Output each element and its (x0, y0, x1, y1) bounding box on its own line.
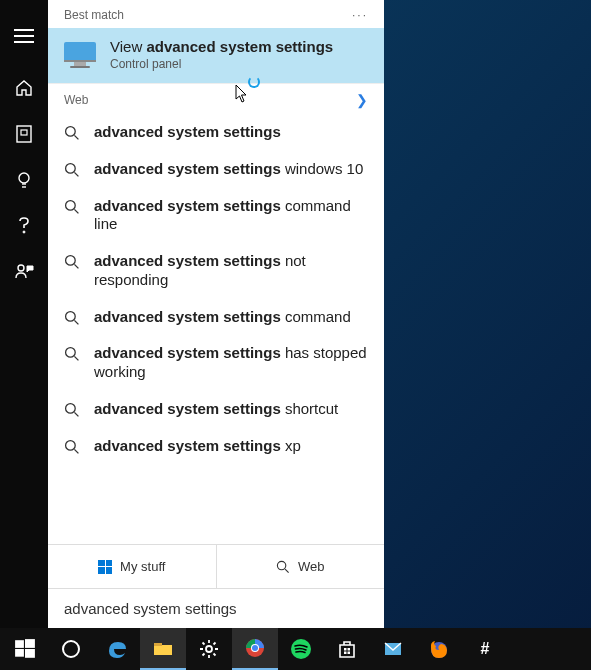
svg-rect-41 (348, 648, 351, 651)
svg-text:#: # (481, 640, 490, 657)
web-result-text: advanced system settings (94, 123, 281, 142)
busy-indicator-icon (248, 76, 260, 88)
search-icon (64, 125, 80, 141)
best-match-label: Best match (64, 8, 124, 22)
svg-rect-43 (348, 652, 351, 655)
taskbar-mail[interactable] (370, 628, 416, 670)
svg-rect-40 (344, 648, 347, 651)
taskbar-chrome[interactable] (232, 628, 278, 670)
web-result[interactable]: advanced system settings has stopped wor… (48, 335, 384, 391)
tab-web-label: Web (298, 559, 325, 574)
web-result[interactable]: advanced system settings shortcut (48, 391, 384, 428)
taskbar-start[interactable] (2, 628, 48, 670)
svg-point-9 (18, 265, 24, 271)
cortana-search-panel: Best match ··· View advanced system sett… (48, 0, 384, 628)
best-match-title: View advanced system settings (110, 38, 333, 55)
windows-logo-icon (98, 560, 112, 574)
svg-point-32 (63, 641, 79, 657)
tab-web[interactable]: Web (216, 545, 385, 588)
svg-point-22 (66, 403, 76, 413)
svg-line-27 (285, 569, 289, 573)
taskbar-firefox[interactable] (416, 628, 462, 670)
svg-line-11 (74, 135, 78, 139)
svg-line-13 (74, 172, 78, 176)
svg-point-26 (277, 561, 285, 569)
notebook-icon[interactable] (0, 112, 48, 156)
taskbar-explorer[interactable] (140, 628, 186, 670)
svg-point-24 (66, 440, 76, 450)
svg-line-15 (74, 209, 78, 213)
svg-rect-33 (154, 643, 162, 646)
help-icon[interactable] (0, 204, 48, 248)
search-icon (64, 254, 80, 270)
web-result-text: advanced system settings windows 10 (94, 160, 363, 179)
search-icon (64, 439, 80, 455)
web-result-text: advanced system settings xp (94, 437, 301, 456)
svg-rect-30 (15, 649, 24, 657)
best-match-subtitle: Control panel (110, 57, 333, 71)
chevron-right-icon: ❯ (356, 92, 368, 108)
svg-rect-3 (17, 126, 31, 142)
svg-rect-4 (21, 130, 27, 135)
web-result-list: advanced system settingsadvanced system … (48, 114, 384, 544)
svg-line-21 (74, 357, 78, 361)
svg-point-12 (66, 163, 76, 173)
web-result[interactable]: advanced system settings not responding (48, 243, 384, 299)
monitor-icon (64, 42, 96, 68)
search-icon (276, 560, 290, 574)
web-result-text: advanced system settings not responding (94, 252, 368, 290)
search-input[interactable]: advanced system settings (48, 588, 384, 628)
taskbar-spotify[interactable] (278, 628, 324, 670)
best-match-result[interactable]: View advanced system settings Control pa… (48, 28, 384, 83)
search-query-text: advanced system settings (64, 600, 237, 617)
taskbar-store[interactable] (324, 628, 370, 670)
web-result-text: advanced system settings shortcut (94, 400, 338, 419)
tab-my-stuff[interactable]: My stuff (48, 545, 216, 588)
web-result[interactable]: advanced system settings (48, 114, 384, 151)
scope-tabs: My stuff Web (48, 544, 384, 588)
web-header[interactable]: Web ❯ (48, 83, 384, 114)
web-result-text: advanced system settings has stopped wor… (94, 344, 368, 382)
feedback-icon[interactable] (0, 250, 48, 294)
svg-line-17 (74, 264, 78, 268)
tab-my-stuff-label: My stuff (120, 559, 165, 574)
search-icon (64, 199, 80, 215)
svg-point-38 (252, 645, 258, 651)
svg-line-19 (74, 320, 78, 324)
web-result[interactable]: advanced system settings windows 10 (48, 151, 384, 188)
search-icon (64, 162, 80, 178)
search-icon (64, 346, 80, 362)
taskbar-slack[interactable]: # (462, 628, 508, 670)
svg-point-20 (66, 348, 76, 358)
svg-point-10 (66, 127, 76, 137)
mouse-cursor-icon (235, 84, 249, 104)
bulb-icon[interactable] (0, 158, 48, 202)
web-result[interactable]: advanced system settings command line (48, 188, 384, 244)
web-label: Web (64, 93, 88, 107)
taskbar-edge[interactable] (94, 628, 140, 670)
best-match-header: Best match ··· (48, 0, 384, 28)
svg-rect-28 (15, 640, 24, 648)
taskbar-settings[interactable] (186, 628, 232, 670)
svg-line-25 (74, 449, 78, 453)
web-result[interactable]: advanced system settings command (48, 299, 384, 336)
taskbar-cortana[interactable] (48, 628, 94, 670)
web-result[interactable]: advanced system settings xp (48, 428, 384, 465)
svg-rect-42 (344, 652, 347, 655)
svg-point-34 (206, 646, 212, 652)
web-result-text: advanced system settings command (94, 308, 351, 327)
svg-line-23 (74, 412, 78, 416)
taskbar: # (0, 628, 591, 670)
svg-point-5 (19, 173, 29, 183)
svg-point-16 (66, 256, 76, 266)
search-icon (64, 310, 80, 326)
svg-rect-31 (25, 649, 35, 658)
web-result-text: advanced system settings command line (94, 197, 368, 235)
svg-rect-29 (25, 639, 35, 648)
svg-point-18 (66, 311, 76, 321)
more-icon[interactable]: ··· (352, 8, 368, 22)
svg-point-14 (66, 200, 76, 210)
hamburger-icon[interactable] (0, 14, 48, 58)
search-icon (64, 402, 80, 418)
home-icon[interactable] (0, 66, 48, 110)
